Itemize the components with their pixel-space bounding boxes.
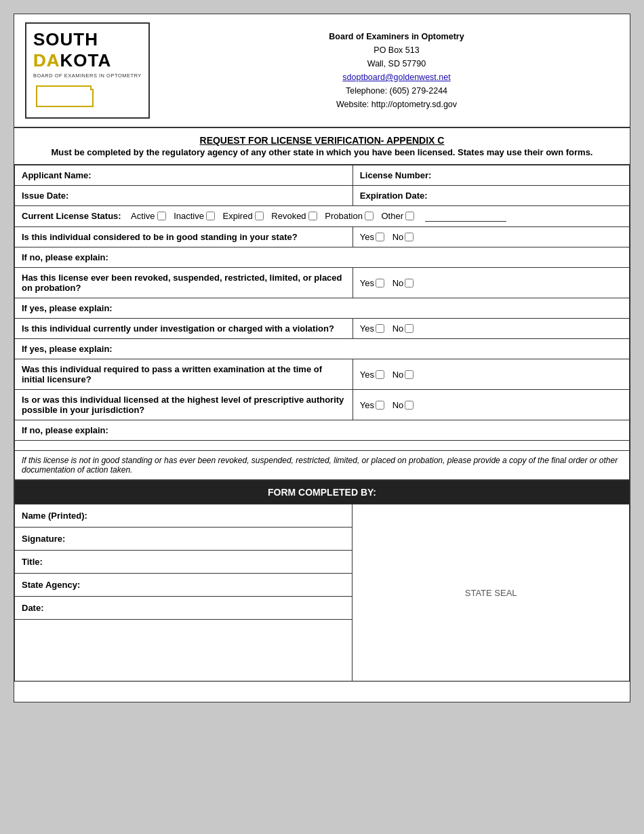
status-row: Current License Status: Active Inactive … [15,206,630,227]
inactive-checkbox[interactable] [206,212,215,220]
active-checkbox[interactable] [157,212,166,220]
q2-yes-label[interactable]: Yes [360,278,384,288]
q1-cell: Is this individual considered to be in g… [15,227,353,247]
website: Website: http://optometry.sd.gov [174,98,619,111]
q3-cell: Is this individual currently under inves… [15,319,353,339]
title-row: Title: [15,551,352,574]
expiration-date-cell: Expiration Date: [353,186,629,206]
bottom-left: Name (Printed): Signature: Title: State … [15,504,353,681]
note-text: If this license is not in good standing … [22,456,618,475]
q4-no-checkbox[interactable] [405,370,414,379]
form-table: Applicant Name: License Number: Issue Da… [14,165,630,480]
q5-yes-checkbox[interactable] [376,401,384,410]
q3-text: Is this individual currently under inves… [22,323,334,334]
email-anchor[interactable]: sdoptboard@goldenwest.net [342,73,450,82]
form-main-title: REQUEST FOR LICENSE VERIFICATION- APPEND… [25,135,619,146]
date-row: Issue Date: Expiration Date: [15,186,630,206]
q2-explain-label: If yes, please explain: [22,303,113,313]
q1-yes-no-cell: Yes No [353,227,629,247]
q2-row: Has this license ever been revoked, susp… [15,268,630,298]
q4-no-label[interactable]: No [393,370,414,380]
q2-explain-row: If yes, please explain: [15,298,630,319]
q2-no-checkbox[interactable] [405,279,414,287]
status-revoked-group[interactable]: Revoked [271,211,317,221]
state-agency-label: State Agency: [22,580,80,590]
logo-text-line1: SOUTH [33,29,142,50]
q5-explain-row: If no, please explain: [15,420,630,441]
q3-explain-label: If yes, please explain: [22,344,113,354]
q3-yes-label[interactable]: Yes [360,323,384,334]
q5-row: Is or was this individual licensed at th… [15,390,630,420]
city-state-zip: Wall, SD 57790 [174,57,619,71]
q1-no-label[interactable]: No [393,232,414,242]
q3-row: Is this individual currently under inves… [15,319,630,339]
expired-checkbox[interactable] [255,212,264,220]
q1-yes-label[interactable]: Yes [360,232,384,242]
logo-map [33,83,142,112]
status-expired-group[interactable]: Expired [223,211,264,221]
revoked-checkbox[interactable] [308,212,317,220]
status-active-group[interactable]: Active [131,211,165,221]
q5-no-checkbox[interactable] [405,401,414,410]
other-label: Other [382,211,404,221]
org-name: Board of Examiners in Optometry [174,30,619,43]
spacer-cell [15,441,630,451]
q1-yes-checkbox[interactable] [376,233,384,241]
state-seal-label: STATE SEAL [465,588,517,598]
bottom-right: STATE SEAL [353,504,629,681]
q3-yes-checkbox[interactable] [376,324,384,333]
probation-label: Probation [325,211,363,221]
title-section: REQUEST FOR LICENSE VERIFICATION- APPEND… [14,128,630,165]
q5-explain-cell: If no, please explain: [15,420,630,441]
name-printed-label: Name (Printed): [22,511,87,521]
revoked-label: Revoked [271,211,306,221]
footer-space [14,681,630,702]
q3-explain-row: If yes, please explain: [15,339,630,359]
note-row: If this license is not in good standing … [15,451,630,480]
license-number-cell: License Number: [353,165,629,186]
issue-date-cell: Issue Date: [15,186,353,206]
date-row: Date: [15,597,352,620]
logo-subtitle: BOARD OF EXAMINERS IN OPTOMETRY [33,73,142,79]
q3-no-label[interactable]: No [393,323,414,334]
current-status-label: Current License Status: [22,211,121,221]
q5-no-label[interactable]: No [393,400,414,410]
logo-text-line2: DAKOTA [33,50,142,71]
q4-yes-checkbox[interactable] [376,370,384,379]
signature-label: Signature: [22,534,65,544]
q2-yes-checkbox[interactable] [376,279,384,287]
q3-no-checkbox[interactable] [405,324,414,333]
q4-yes-no-cell: Yes No [353,359,629,390]
header-right: Board of Examiners in Optometry PO Box 5… [174,30,619,111]
q1-row: Is this individual considered to be in g… [15,227,630,247]
status-cell: Current License Status: Active Inactive … [15,206,630,227]
sd-map-svg [33,83,94,110]
signature-row: Signature: [15,528,352,551]
q1-no-checkbox[interactable] [405,233,414,241]
date-label: Date: [22,603,44,613]
state-agency-row: State Agency: [15,574,352,597]
q4-text: Was this individual required to pass a w… [22,364,322,384]
status-probation-group[interactable]: Probation [325,211,374,221]
status-other-group[interactable]: Other [382,211,415,221]
email-link: sdoptboard@goldenwest.net [174,71,619,84]
other-checkbox[interactable] [405,212,414,220]
probation-checkbox[interactable] [365,212,374,220]
po-box: PO Box 513 [174,43,619,57]
q1-explain-row: If no, please explain: [15,247,630,268]
q5-yes-label[interactable]: Yes [360,400,384,410]
spacer-row [15,441,630,451]
form-page: SOUTH DAKOTA BOARD OF EXAMINERS IN OPTOM… [14,14,630,702]
q3-yes-no-cell: Yes No [353,319,629,339]
license-number-label: License Number: [360,170,431,180]
q2-text: Has this license ever been revoked, susp… [22,273,342,293]
q5-explain-label: If no, please explain: [22,425,108,435]
q4-row: Was this individual required to pass a w… [15,359,630,390]
logo-da: DA [33,50,60,71]
q4-yes-label[interactable]: Yes [360,370,384,380]
title-label: Title: [22,557,43,567]
q3-explain-cell: If yes, please explain: [15,339,630,359]
status-inactive-group[interactable]: Inactive [174,211,215,221]
q5-cell: Is or was this individual licensed at th… [15,390,353,420]
q2-no-label[interactable]: No [393,278,414,288]
